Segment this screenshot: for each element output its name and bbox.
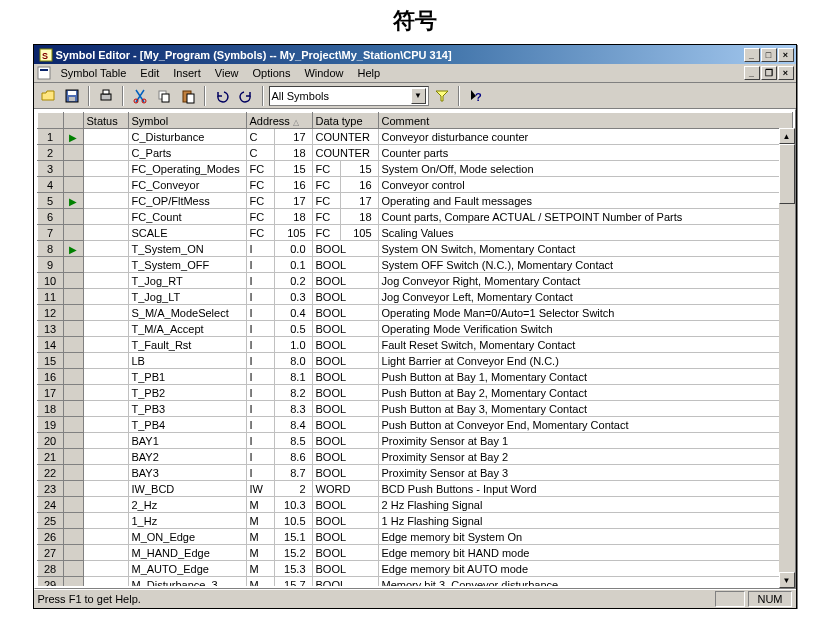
status-cell[interactable] <box>83 417 128 433</box>
status-cell[interactable] <box>83 225 128 241</box>
menu-options[interactable]: Options <box>245 65 297 81</box>
datatype-cell[interactable]: COUNTER <box>312 129 378 145</box>
comment-cell[interactable]: Push Button at Conveyor End, Momentary C… <box>378 417 792 433</box>
comment-cell[interactable]: Fault Reset Switch, Momentary Contact <box>378 337 792 353</box>
address-num-cell[interactable]: 8.1 <box>274 369 312 385</box>
table-row[interactable]: 21BAY2I8.6BOOLProximity Sensor at Bay 2 <box>37 449 792 465</box>
comment-cell[interactable]: Push Button at Bay 1, Momentary Contact <box>378 369 792 385</box>
status-cell[interactable] <box>83 161 128 177</box>
address-type-cell[interactable]: M <box>246 577 274 587</box>
address-type-cell[interactable]: I <box>246 465 274 481</box>
symbol-cell[interactable]: 1_Hz <box>128 513 246 529</box>
address-type-cell[interactable]: I <box>246 273 274 289</box>
datatype-type-cell[interactable]: FC <box>312 225 340 241</box>
menu-edit[interactable]: Edit <box>133 65 166 81</box>
symbol-cell[interactable]: 2_Hz <box>128 497 246 513</box>
datatype-cell[interactable]: BOOL <box>312 273 378 289</box>
address-num-cell[interactable]: 0.0 <box>274 241 312 257</box>
maximize-button[interactable]: □ <box>761 48 777 62</box>
address-num-cell[interactable]: 17 <box>274 193 312 209</box>
datatype-cell[interactable]: BOOL <box>312 257 378 273</box>
table-row[interactable]: 15LBI8.0BOOLLight Barrier at Conveyor En… <box>37 353 792 369</box>
row-header[interactable]: 9 <box>37 257 63 273</box>
datatype-cell[interactable]: BOOL <box>312 497 378 513</box>
status-cell[interactable] <box>83 513 128 529</box>
datatype-num-cell[interactable]: 18 <box>340 209 378 225</box>
status-cell[interactable] <box>83 529 128 545</box>
row-header[interactable]: 18 <box>37 401 63 417</box>
table-row[interactable]: 12S_M/A_ModeSelectI0.4BOOLOperating Mode… <box>37 305 792 321</box>
row-header[interactable]: 3 <box>37 161 63 177</box>
datatype-cell[interactable]: BOOL <box>312 321 378 337</box>
table-row[interactable]: 23IW_BCDIW2WORDBCD Push Buttons - Input … <box>37 481 792 497</box>
comment-cell[interactable]: Operating Mode Man=0/Auto=1 Selector Swi… <box>378 305 792 321</box>
comment-cell[interactable]: Edge memory bit System On <box>378 529 792 545</box>
datatype-type-cell[interactable]: FC <box>312 177 340 193</box>
address-num-cell[interactable]: 15.3 <box>274 561 312 577</box>
address-num-cell[interactable]: 0.4 <box>274 305 312 321</box>
address-type-cell[interactable]: I <box>246 433 274 449</box>
symbol-cell[interactable]: T_Jog_RT <box>128 273 246 289</box>
status-cell[interactable] <box>83 481 128 497</box>
table-row[interactable]: 27M_HAND_EdgeM15.2BOOLEdge memory bit HA… <box>37 545 792 561</box>
table-row[interactable]: 13T_M/A_AcceptI0.5BOOLOperating Mode Ver… <box>37 321 792 337</box>
scroll-down-button[interactable]: ▼ <box>779 572 795 588</box>
open-button[interactable] <box>37 85 59 107</box>
status-cell[interactable] <box>83 545 128 561</box>
vertical-scrollbar[interactable]: ▲ ▼ <box>779 128 795 588</box>
minimize-button[interactable]: _ <box>744 48 760 62</box>
comment-cell[interactable]: 2 Hz Flashing Signal <box>378 497 792 513</box>
symbol-cell[interactable]: T_System_ON <box>128 241 246 257</box>
status-cell[interactable] <box>83 305 128 321</box>
status-cell[interactable] <box>83 385 128 401</box>
symbol-cell[interactable]: FC_Count <box>128 209 246 225</box>
symbol-cell[interactable]: T_PB4 <box>128 417 246 433</box>
datatype-num-cell[interactable]: 15 <box>340 161 378 177</box>
address-type-cell[interactable]: FC <box>246 193 274 209</box>
mdi-minimize-button[interactable]: _ <box>744 66 760 80</box>
address-type-cell[interactable]: M <box>246 561 274 577</box>
datatype-cell[interactable]: BOOL <box>312 385 378 401</box>
address-num-cell[interactable]: 8.7 <box>274 465 312 481</box>
status-cell[interactable] <box>83 353 128 369</box>
table-row[interactable]: 2C_PartsC18COUNTERCounter parts <box>37 145 792 161</box>
table-row[interactable]: 28M_AUTO_EdgeM15.3BOOLEdge memory bit AU… <box>37 561 792 577</box>
address-type-cell[interactable]: I <box>246 369 274 385</box>
address-num-cell[interactable]: 8.0 <box>274 353 312 369</box>
comment-cell[interactable]: Edge memory bit AUTO mode <box>378 561 792 577</box>
copy-button[interactable] <box>153 85 175 107</box>
comment-cell[interactable]: Proximity Sensor at Bay 1 <box>378 433 792 449</box>
comment-cell[interactable]: Conveyor disturbance counter <box>378 129 792 145</box>
status-cell[interactable] <box>83 465 128 481</box>
datatype-cell[interactable]: BOOL <box>312 401 378 417</box>
address-type-cell[interactable]: C <box>246 129 274 145</box>
table-row[interactable]: 17T_PB2I8.2BOOLPush Button at Bay 2, Mom… <box>37 385 792 401</box>
comment-header[interactable]: Comment <box>378 113 792 129</box>
comment-cell[interactable]: Operating and Fault messages <box>378 193 792 209</box>
datatype-cell[interactable]: COUNTER <box>312 145 378 161</box>
address-type-cell[interactable]: I <box>246 241 274 257</box>
row-header[interactable]: 6 <box>37 209 63 225</box>
status-cell[interactable] <box>83 401 128 417</box>
address-type-cell[interactable]: M <box>246 545 274 561</box>
comment-cell[interactable]: Edge memory bit HAND mode <box>378 545 792 561</box>
redo-button[interactable] <box>235 85 257 107</box>
status-cell[interactable] <box>83 257 128 273</box>
flag-header[interactable] <box>63 113 83 129</box>
symbol-cell[interactable]: FC_OP/FltMess <box>128 193 246 209</box>
status-cell[interactable] <box>83 321 128 337</box>
row-header[interactable]: 17 <box>37 385 63 401</box>
table-row[interactable]: 5▶FC_OP/FltMessFC17FC17Operating and Fau… <box>37 193 792 209</box>
comment-cell[interactable]: 1 Hz Flashing Signal <box>378 513 792 529</box>
address-num-cell[interactable]: 15.2 <box>274 545 312 561</box>
status-cell[interactable] <box>83 433 128 449</box>
status-cell[interactable] <box>83 337 128 353</box>
symbol-cell[interactable]: M_HAND_Edge <box>128 545 246 561</box>
address-num-cell[interactable]: 15.7 <box>274 577 312 587</box>
comment-cell[interactable]: Memory bit 3. Conveyor disturbance <box>378 577 792 587</box>
comment-cell[interactable]: Light Barrier at Conveyor End (N.C.) <box>378 353 792 369</box>
address-type-cell[interactable]: I <box>246 289 274 305</box>
datatype-cell[interactable]: BOOL <box>312 513 378 529</box>
datatype-cell[interactable]: BOOL <box>312 417 378 433</box>
save-button[interactable] <box>61 85 83 107</box>
